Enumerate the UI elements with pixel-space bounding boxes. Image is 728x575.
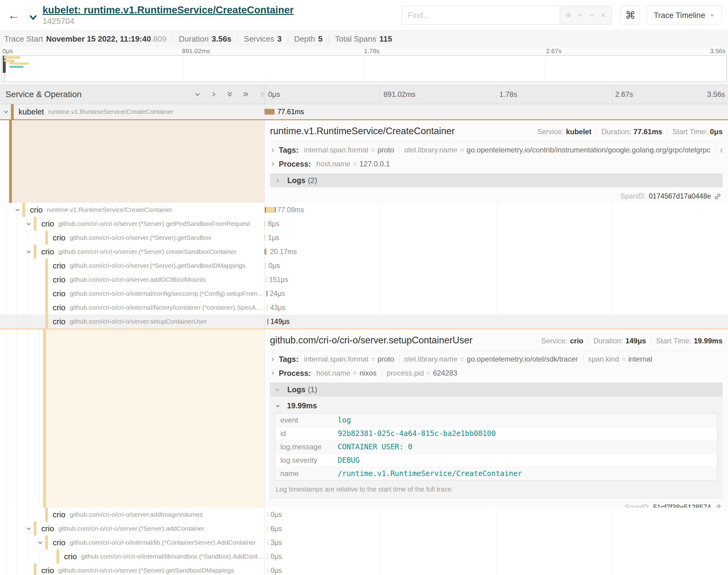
span-timeline-cell[interactable]: 151μs bbox=[264, 273, 728, 286]
logs-count: (1) bbox=[308, 385, 318, 394]
tags-accordion[interactable]: Tags: internal.span.format=proto otel.li… bbox=[270, 352, 723, 366]
operation-name: github.com/cri-o/cri-o/server.(*Server).… bbox=[58, 220, 250, 227]
column-resize-grip[interactable] bbox=[261, 92, 263, 97]
span-name-cell[interactable]: kubelet runtime.v1.RuntimeService/Create… bbox=[0, 104, 264, 119]
span-rows-group: crio runtime.v1.RuntimeService/CreateCon… bbox=[0, 203, 728, 329]
span-row[interactable]: kubelet runtime.v1.RuntimeService/Create… bbox=[0, 104, 728, 119]
span-name-cell[interactable]: crio github.com/cri-o/cri-o/server.(*Ser… bbox=[0, 259, 264, 273]
operation-name: github.com/cri-o/cri-o/server.(*Server).… bbox=[58, 567, 234, 574]
span-timeline-cell[interactable]: 3μs bbox=[264, 536, 728, 549]
span-name-cell[interactable]: crio github.com/cri-o/cri-o/internal/fac… bbox=[0, 301, 264, 314]
span-children-collapse-chevron-icon[interactable] bbox=[14, 207, 23, 213]
span-children-collapse-chevron-icon[interactable] bbox=[37, 540, 45, 546]
span-row[interactable]: crio github.com/cri-o/cri-o/server.(*Ser… bbox=[0, 259, 728, 273]
span-duration-bar[interactable] bbox=[267, 554, 268, 560]
span-row[interactable]: crio github.com/cri-o/cri-o/server.(*Ser… bbox=[0, 521, 728, 536]
span-name-cell[interactable]: crio github.com/cri-o/cri-o/internal/lib… bbox=[0, 549, 264, 564]
span-timeline-cell[interactable]: 77.08ms bbox=[264, 203, 728, 217]
span-timeline-cell[interactable]: 0μs bbox=[264, 549, 728, 564]
span-name-cell[interactable]: crio github.com/cri-o/cri-o/server.(*Ser… bbox=[0, 231, 264, 245]
expand-one-chevron-right-icon[interactable] bbox=[210, 91, 218, 98]
span-children-collapse-chevron-icon[interactable] bbox=[26, 249, 34, 255]
span-name-cell[interactable]: crio github.com/cri-o/cri-o/server.(*Ser… bbox=[0, 521, 264, 536]
span-duration-bar[interactable] bbox=[265, 109, 274, 115]
copy-link-icon[interactable] bbox=[714, 193, 721, 200]
span-row[interactable]: crio github.com/cri-o/cri-o/internal/fac… bbox=[0, 301, 728, 314]
back-button[interactable]: ← bbox=[8, 9, 20, 21]
span-duration-bar[interactable] bbox=[265, 263, 266, 269]
process-accordion[interactable]: Process: host.name=127.0.0.1 bbox=[270, 157, 723, 171]
span-timeline-cell[interactable]: 77.61ms bbox=[264, 104, 728, 119]
span-timeline-cell[interactable]: 24μs bbox=[264, 286, 728, 301]
span-timeline-cell[interactable]: 43μs bbox=[264, 301, 728, 314]
span-row[interactable]: crio github.com/cri-o/cri-o/server.setup… bbox=[0, 314, 728, 329]
span-duration-bar[interactable] bbox=[267, 526, 268, 532]
operation-name: github.com/cri-o/cri-o/internal/factory/… bbox=[70, 304, 264, 311]
process-accordion[interactable]: Process: host.name=nixos process.pid=624… bbox=[270, 366, 723, 380]
span-duration-label: 0μs bbox=[271, 552, 282, 561]
span-duration-bar[interactable] bbox=[267, 512, 268, 518]
span-name-cell[interactable]: crio github.com/cri-o/cri-o/server.addOC… bbox=[0, 273, 264, 286]
tags-accordion[interactable]: Tags: internal.span.format=proto otel.li… bbox=[270, 143, 723, 157]
trace-meta-item: Depth 5 bbox=[282, 34, 323, 44]
trace-title-link[interactable]: kubelet: runtime.v1.RuntimeService/Creat… bbox=[42, 4, 294, 15]
find-next-chevron-down-icon[interactable] bbox=[588, 11, 595, 19]
span-name-cell[interactable]: crio github.com/cri-o/cri-o/server.(*Ser… bbox=[0, 217, 264, 231]
span-row[interactable]: crio github.com/cri-o/cri-o/internal/lib… bbox=[0, 536, 728, 549]
span-duration-bar[interactable] bbox=[265, 207, 274, 213]
span-timeline-cell[interactable]: 0μs bbox=[264, 508, 728, 521]
span-row[interactable]: crio github.com/cri-o/cri-o/server.(*Ser… bbox=[0, 564, 728, 575]
focus-target-icon[interactable] bbox=[565, 11, 572, 19]
span-duration-bar[interactable] bbox=[265, 235, 265, 241]
span-timeline-cell[interactable]: 0μs bbox=[264, 564, 728, 575]
collapse-all-double-chevron-down-icon[interactable] bbox=[226, 91, 234, 98]
span-detail-panel: runtime.v1.RuntimeService/CreateContaine… bbox=[264, 120, 728, 203]
span-name-cell[interactable]: crio github.com/cri-o/cri-o/internal/con… bbox=[0, 286, 264, 301]
span-duration-bar[interactable] bbox=[267, 568, 268, 573]
span-row[interactable]: crio runtime.v1.RuntimeService/CreateCon… bbox=[0, 203, 728, 217]
span-duration-bar[interactable] bbox=[267, 540, 268, 546]
span-timeline-cell[interactable]: 8μs bbox=[264, 217, 728, 231]
log-entry-toggle[interactable]: 19.99ms bbox=[275, 401, 717, 410]
span-row[interactable]: crio github.com/cri-o/cri-o/server.addOC… bbox=[0, 273, 728, 286]
span-row[interactable]: crio github.com/cri-o/cri-o/server.(*Ser… bbox=[0, 217, 728, 231]
find-input[interactable] bbox=[402, 6, 560, 25]
logs-count: (2) bbox=[308, 176, 318, 185]
span-row[interactable]: crio github.com/cri-o/cri-o/server.(*Ser… bbox=[0, 231, 728, 245]
span-row[interactable]: crio github.com/cri-o/cri-o/server.(*Ser… bbox=[0, 245, 728, 259]
trace-view-selector[interactable]: Trace Timeline bbox=[647, 5, 722, 25]
timeline-tick: 3.56s bbox=[707, 90, 725, 99]
span-name-cell[interactable]: crio github.com/cri-o/cri-o/internal/lib… bbox=[0, 536, 264, 549]
minimap-canvas[interactable] bbox=[1, 55, 727, 82]
trace-collapse-chevron-icon[interactable] bbox=[28, 12, 38, 23]
find-prev-chevron-up-icon[interactable] bbox=[576, 11, 584, 19]
clear-find-close-icon[interactable] bbox=[599, 11, 607, 19]
span-timeline-cell[interactable]: 0μs bbox=[264, 259, 728, 273]
expand-all-double-chevron-right-icon[interactable] bbox=[242, 91, 250, 98]
span-name-cell[interactable]: crio github.com/cri-o/cri-o/server.addIm… bbox=[0, 508, 264, 521]
span-children-collapse-chevron-icon[interactable] bbox=[3, 109, 11, 115]
span-name-cell[interactable]: crio github.com/cri-o/cri-o/server.(*Ser… bbox=[0, 245, 264, 259]
logs-accordion[interactable]: Logs (1) bbox=[270, 382, 723, 397]
span-row[interactable]: crio github.com/cri-o/cri-o/internal/lib… bbox=[0, 549, 728, 564]
span-timeline-cell[interactable]: 149μs bbox=[264, 314, 728, 329]
span-children-collapse-chevron-icon[interactable] bbox=[26, 221, 34, 227]
span-duration-bar[interactable] bbox=[267, 305, 268, 311]
keyboard-shortcuts-button[interactable]: ⌘ bbox=[621, 5, 640, 25]
detail-filler-background bbox=[43, 329, 264, 508]
span-timeline-cell[interactable]: 6μs bbox=[264, 521, 728, 536]
copy-link-icon[interactable] bbox=[714, 504, 721, 508]
logs-accordion[interactable]: Logs (2) bbox=[270, 173, 723, 187]
span-children-collapse-chevron-icon[interactable] bbox=[26, 526, 34, 532]
span-row[interactable]: crio github.com/cri-o/cri-o/server.addIm… bbox=[0, 508, 728, 521]
span-name-cell[interactable]: crio runtime.v1.RuntimeService/CreateCon… bbox=[0, 203, 264, 217]
span-name-cell[interactable]: crio github.com/cri-o/cri-o/server.setup… bbox=[0, 314, 264, 329]
span-timeline-cell[interactable]: 20.17ms bbox=[264, 245, 728, 259]
span-duration-bar[interactable] bbox=[265, 221, 265, 227]
span-row[interactable]: crio github.com/cri-o/cri-o/internal/con… bbox=[0, 286, 728, 301]
span-name-cell[interactable]: crio github.com/cri-o/cri-o/server.(*Ser… bbox=[0, 564, 264, 575]
collapse-one-chevron-down-icon[interactable] bbox=[194, 91, 201, 98]
span-timeline-cell[interactable]: 1μs bbox=[264, 231, 728, 245]
span-duration-bar[interactable] bbox=[266, 277, 266, 283]
log-timestamps-note: Log timestamps are relative to the start… bbox=[276, 485, 717, 493]
